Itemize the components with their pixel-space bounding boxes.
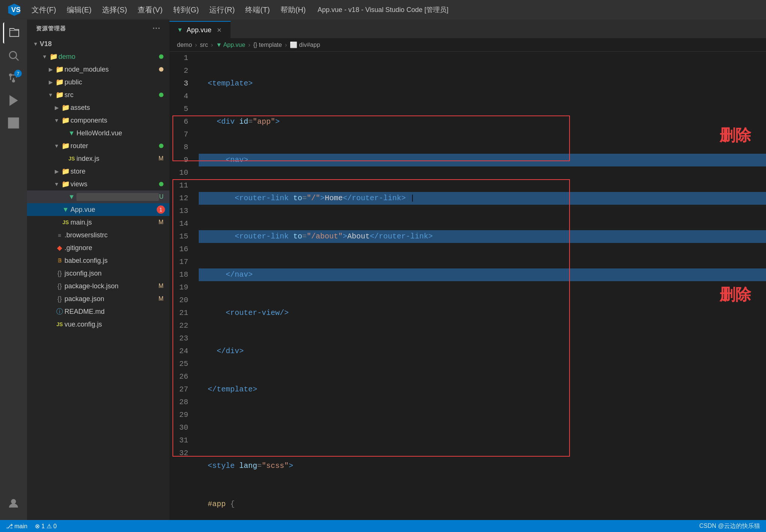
code-line-10 (199, 421, 766, 434)
file-label: .browserslistrc (64, 231, 169, 239)
activity-search[interactable] (3, 45, 24, 66)
tree-item-node_modules[interactable]: ▶ 📁 node_modules (27, 63, 169, 76)
folder-arrow-demo: ▼ (40, 54, 49, 60)
no-arrow: ▶ (52, 207, 61, 213)
svg-point-4 (9, 74, 11, 76)
svg-point-2 (9, 51, 16, 58)
js-icon: JS (55, 321, 64, 327)
tree-item-babel[interactable]: ▶ 𝔹 babel.config.js (27, 254, 169, 267)
no-arrow: ▶ (46, 321, 55, 327)
tree-item-index-js[interactable]: ▶ JS index.js M (27, 152, 169, 165)
menu-select[interactable]: 选择(S) (97, 3, 132, 16)
folder-label: store (70, 168, 169, 175)
tree-item-readme[interactable]: ▶ ⓘ README.md (27, 305, 169, 318)
file-label: babel.config.js (64, 257, 169, 265)
menu-goto[interactable]: 转到(G) (169, 3, 204, 16)
menu-help[interactable]: 帮助(H) (276, 3, 310, 16)
folder-icon-demo: 📁 (49, 52, 58, 61)
menu-edit[interactable]: 编辑(E) (62, 3, 96, 16)
menu-view[interactable]: 查看(V) (133, 3, 167, 16)
code-line-9: </template> (199, 383, 766, 396)
breadcrumb-sep4: › (285, 42, 287, 48)
folder-label: router (70, 142, 159, 150)
menu-run[interactable]: 运行(R) (205, 3, 239, 16)
activity-git[interactable]: 7 (3, 67, 24, 88)
folder-icon: 📁 (61, 116, 70, 124)
sidebar-header: 资源管理器 ··· (27, 19, 169, 37)
sidebar-more-button[interactable]: ··· (153, 24, 160, 33)
breadcrumb-sep1: › (195, 42, 197, 48)
no-arrow: ▶ (46, 283, 55, 289)
git-badge: 7 (14, 70, 22, 77)
file-label-hidden: __________ (76, 193, 159, 201)
file-label: package.json (64, 295, 159, 303)
tree-item-package-json[interactable]: ▶ {} package.json M (27, 292, 169, 305)
modified-badge-m: M (159, 283, 169, 289)
tree-item-main-js[interactable]: ▶ JS main.js M (27, 216, 169, 229)
code-content[interactable]: <template> <div id="app"> <nav> <router-… (196, 52, 766, 520)
error-badge: 1 (157, 205, 165, 214)
tree-root-v18[interactable]: ▼ V18 (27, 37, 169, 50)
collapse-arrow: ▼ (31, 41, 40, 47)
file-label: HelloWorld.vue (76, 129, 169, 137)
tree-item-helloworld[interactable]: ▶ ▼ HelloWorld.vue (27, 127, 169, 139)
no-arrow: ▶ (46, 296, 55, 302)
tree-item-vue-config[interactable]: ▶ JS vue.config.js (27, 318, 169, 331)
file-icon: {} (55, 270, 64, 277)
svg-text:VS: VS (11, 6, 21, 13)
activity-explorer[interactable] (3, 22, 24, 43)
breadcrumb-demo: demo (177, 42, 192, 48)
code-line-5: <router-link to="/about">About</router-l… (199, 230, 766, 243)
tab-label: App.vue (187, 26, 211, 34)
code-editor[interactable]: 1 2 3 4 5 6 7 8 9 10 11 12 13 14 15 16 1… (169, 52, 766, 520)
file-label-app-vue: App.vue (70, 206, 157, 214)
folder-arrow-store: ▶ (52, 168, 61, 174)
no-arrow: ▶ (58, 130, 67, 136)
tree-item-assets[interactable]: ▶ 📁 assets (27, 101, 169, 114)
tree-item-demo[interactable]: ▼ 📁 demo (27, 50, 169, 63)
tree-item-views-sub[interactable]: ▶ ▼ __________ U (27, 190, 169, 203)
tree-item-gitignore[interactable]: ▶ ◆ .gitignore (27, 241, 169, 254)
menu-terminal[interactable]: 终端(T) (241, 3, 274, 16)
code-line-6: </nav> (199, 268, 766, 281)
folder-arrow-views: ▼ (52, 181, 61, 187)
file-label: README.md (64, 308, 169, 316)
tree-item-components[interactable]: ▼ 📁 components (27, 114, 169, 127)
window-title: App.vue - v18 - Visual Studio Code [管理员] (318, 5, 448, 14)
tree-item-package-lock[interactable]: ▶ {} package-lock.json M (27, 280, 169, 292)
activity-run[interactable] (3, 90, 24, 111)
svg-line-3 (16, 58, 18, 60)
tree-item-app-vue[interactable]: ▶ ▼ App.vue 1 (27, 203, 169, 216)
tab-app-vue[interactable]: ▼ App.vue ✕ (169, 21, 231, 38)
activity-extensions[interactable] (3, 112, 24, 133)
activity-account[interactable] (3, 493, 24, 514)
status-branch: ⎇ main (6, 523, 27, 530)
tree-item-views[interactable]: ▼ 📁 views (27, 178, 169, 190)
vue-icon: ▼ (67, 129, 76, 137)
status-watermark: CSDN @云边的快乐猫 (699, 522, 760, 530)
no-arrow: ▶ (46, 245, 55, 251)
tree-item-browserslistrc[interactable]: ▶ ≡ .browserslistrc (27, 229, 169, 241)
tree-item-router[interactable]: ▼ 📁 router (27, 139, 169, 152)
folder-label: assets (70, 104, 169, 112)
tree-item-store[interactable]: ▶ 📁 store (27, 165, 169, 178)
folder-arrow-node_modules: ▶ (46, 66, 55, 72)
file-icon: {} (55, 282, 64, 290)
breadcrumb: demo › src › ▼ App.vue › {} template › ⬜… (169, 38, 766, 52)
tab-close-button[interactable]: ✕ (215, 26, 223, 34)
status-bar: ⎇ main ⊗ 1 ⚠ 0 CSDN @云边的快乐猫 (0, 520, 766, 532)
code-line-12: #app { (199, 498, 766, 511)
tree-item-jsconfig[interactable]: ▶ {} jsconfig.json (27, 267, 169, 280)
svg-rect-10 (9, 123, 13, 128)
tree-item-src[interactable]: ▼ 📁 src (27, 88, 169, 101)
folder-arrow-router: ▼ (52, 143, 61, 149)
tree-item-public[interactable]: ▶ 📁 public (27, 76, 169, 88)
svg-rect-9 (14, 118, 18, 123)
activity-bar: 7 (0, 19, 27, 520)
breadcrumb-divapp: ⬜ div#app (290, 41, 320, 48)
code-line-3: <nav> (199, 154, 766, 166)
modified-dot-demo (159, 54, 163, 59)
modified-badge-m: M (159, 219, 169, 226)
file-label: jsconfig.json (64, 270, 169, 277)
menu-file[interactable]: 文件(F) (27, 3, 61, 16)
